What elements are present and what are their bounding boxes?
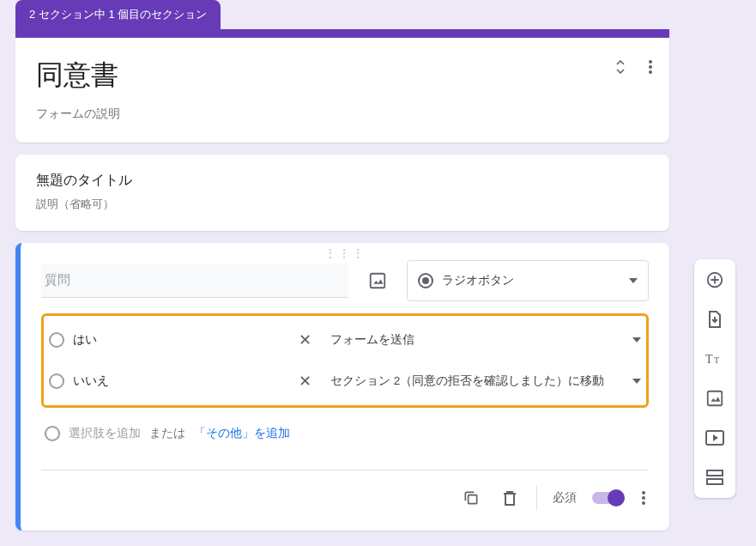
add-image-icon[interactable] xyxy=(360,264,395,298)
option-label[interactable]: いいえ xyxy=(73,373,286,389)
radio-outline-icon xyxy=(49,373,64,389)
chevron-down-icon xyxy=(629,278,638,283)
add-option-row: 選択肢を追加 または 「その他」を追加 xyxy=(41,416,649,451)
title-block-description: 説明（省略可） xyxy=(36,197,649,212)
remove-option-button[interactable]: ✕ xyxy=(294,372,315,391)
radio-icon xyxy=(418,273,433,288)
option-row: いいえ ✕ セクション 2（同意の拒否を確認しました）に移動 xyxy=(49,361,641,402)
header-more-icon[interactable] xyxy=(645,57,656,77)
option-row: はい ✕ フォームを送信 xyxy=(49,319,641,361)
svg-text:T: T xyxy=(705,353,713,366)
svg-point-0 xyxy=(649,60,652,64)
question-type-select[interactable]: ラジオボタン xyxy=(407,260,649,301)
svg-point-6 xyxy=(642,496,645,500)
form-header-card: 同意書 フォームの説明 xyxy=(15,29,669,143)
chevron-down-icon xyxy=(632,337,641,343)
option-goto-label: セクション 2（同意の拒否を確認しました）に移動 xyxy=(330,373,604,389)
radio-outline-icon xyxy=(49,332,64,348)
remove-option-button[interactable]: ✕ xyxy=(294,331,315,349)
form-title[interactable]: 同意書 xyxy=(36,57,649,94)
delete-button[interactable] xyxy=(499,486,521,510)
add-other-button[interactable]: 「その他」を追加 xyxy=(194,426,290,441)
title-block-card[interactable]: 無題のタイトル 説明（省略可） xyxy=(15,155,669,231)
add-section-icon[interactable] xyxy=(701,464,729,491)
svg-rect-3 xyxy=(371,274,385,288)
svg-point-5 xyxy=(642,491,645,494)
svg-point-7 xyxy=(642,501,645,505)
option-label[interactable]: はい xyxy=(73,332,286,348)
svg-rect-14 xyxy=(707,479,723,484)
svg-rect-13 xyxy=(707,470,723,476)
required-toggle[interactable] xyxy=(592,492,623,504)
divider xyxy=(41,470,649,470)
form-description[interactable]: フォームの説明 xyxy=(36,106,649,122)
title-block-title: 無題のタイトル xyxy=(36,172,649,190)
question-card: ⋮⋮⋮ ラジオボタン はい ✕ フォームを送信 xyxy=(15,243,669,531)
options-highlight: はい ✕ フォームを送信 いいえ ✕ セクション 2（同意の拒否を確認しました）… xyxy=(41,313,649,408)
radio-outline-icon xyxy=(45,426,60,441)
drag-handle-icon[interactable]: ⋮⋮⋮ xyxy=(324,246,366,260)
option-goto-select[interactable]: フォームを送信 xyxy=(324,332,641,348)
question-input[interactable] xyxy=(41,264,348,298)
chevron-down-icon xyxy=(632,379,641,384)
question-more-icon[interactable] xyxy=(638,488,649,508)
add-title-icon[interactable]: TT xyxy=(701,345,729,373)
section-tab: 2 セクション中 1 個目のセクション xyxy=(15,0,221,29)
separator xyxy=(536,485,537,511)
add-sep: または xyxy=(149,426,185,441)
add-image-icon[interactable] xyxy=(701,385,729,412)
add-video-icon[interactable] xyxy=(701,424,729,452)
side-toolbar: TT xyxy=(694,259,735,498)
question-type-label: ラジオボタン xyxy=(442,273,620,288)
collapse-icon[interactable] xyxy=(611,57,630,77)
option-goto-label: フォームを送信 xyxy=(330,332,414,348)
add-question-icon[interactable] xyxy=(701,266,729,294)
svg-point-2 xyxy=(649,70,652,74)
import-question-icon[interactable] xyxy=(701,306,729,333)
svg-rect-11 xyxy=(708,391,723,406)
option-goto-select[interactable]: セクション 2（同意の拒否を確認しました）に移動 xyxy=(324,373,641,389)
svg-rect-4 xyxy=(469,495,477,504)
add-option-button[interactable]: 選択肢を追加 xyxy=(69,426,141,441)
svg-text:T: T xyxy=(714,355,719,365)
duplicate-button[interactable] xyxy=(459,486,483,510)
svg-point-1 xyxy=(649,65,652,69)
required-label: 必須 xyxy=(553,490,577,506)
